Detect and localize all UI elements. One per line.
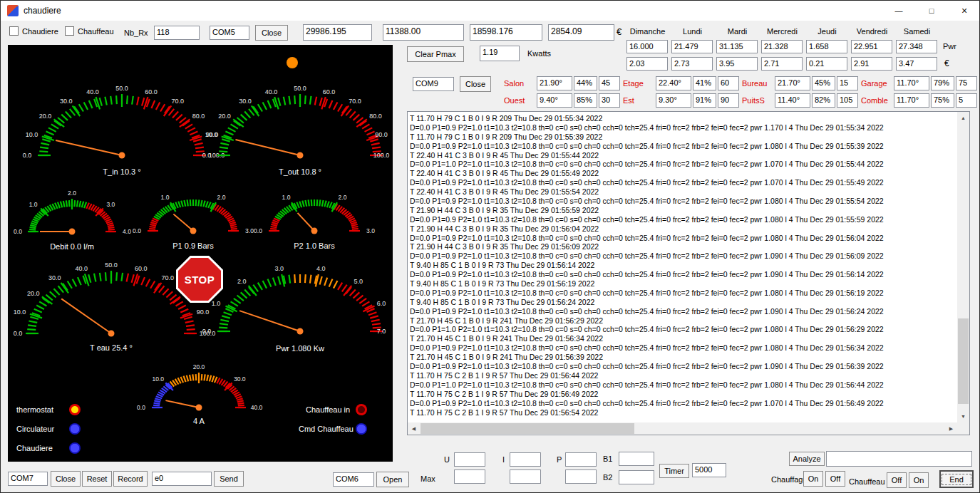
kwatts-field[interactable]: 1.19 (480, 46, 520, 61)
sensor-humidity-field[interactable]: 44% (574, 76, 597, 90)
hscroll-thumb[interactable] (421, 423, 634, 434)
log-line: T 11.70 H 79 C 1 B 0 I 9 R 209 Thu Dec 2… (410, 114, 956, 123)
sensor-temp-field[interactable]: 11.70° (894, 93, 929, 108)
com9-close-button[interactable]: Close (460, 76, 491, 92)
sensor-id-field[interactable]: 90 (718, 93, 739, 108)
timer-button[interactable]: Timer (659, 464, 689, 478)
sensor-id-field[interactable]: 30 (599, 93, 620, 108)
b2-field[interactable] (619, 470, 654, 484)
com9-field[interactable]: COM9 (413, 77, 454, 91)
day-pwr-field[interactable]: 27.348 (896, 40, 937, 53)
clear-pmax-button[interactable]: Clear Pmax (407, 46, 464, 62)
sensor-temp-field[interactable]: 22.40° (656, 76, 691, 90)
b1-field[interactable] (619, 452, 654, 466)
com7-field[interactable]: COM7 (8, 472, 48, 486)
gauge-p2: 0.01.02.03.0P2 1.0 Bars (254, 194, 375, 250)
sensor-temp-field[interactable]: 9.30° (656, 93, 691, 108)
u-max-field[interactable] (454, 469, 485, 484)
chauffage-off-button[interactable]: Off (825, 471, 845, 487)
counter-field-2[interactable]: 11388.00 (383, 24, 464, 41)
day-pwr-field[interactable]: 16.000 (626, 40, 668, 53)
scroll-right-icon[interactable]: ▶ (945, 422, 957, 435)
chauffage-on-button[interactable]: On (803, 471, 823, 487)
svg-text:7.0: 7.0 (377, 328, 386, 335)
sensor-humidity-field[interactable]: 82% (812, 93, 835, 108)
i-field[interactable] (510, 452, 541, 467)
kwatts-label: Kwatts (527, 49, 551, 58)
sensor-id-field[interactable]: 75 (956, 76, 977, 90)
record-button[interactable]: Record (113, 471, 148, 487)
send-command-field[interactable]: e0 (152, 472, 212, 486)
counter-field-4[interactable]: 2854.09 (548, 24, 614, 41)
sensor-temp-field[interactable]: 21.70° (775, 76, 810, 90)
p-field[interactable] (565, 452, 597, 467)
vscroll-thumb[interactable] (958, 318, 969, 404)
log-horizontal-scrollbar[interactable]: ◀ ▶ (408, 422, 957, 435)
sensor-temp-field[interactable]: 11.40° (775, 93, 810, 108)
nb-rx-field[interactable]: 118 (154, 26, 200, 40)
com6-open-button[interactable]: Open (376, 472, 409, 487)
day-eur-field[interactable]: 2.03 (626, 57, 668, 71)
com5-field[interactable]: COM5 (210, 26, 249, 40)
close-button[interactable]: × (948, 1, 980, 21)
analyze-button[interactable]: Analyze (789, 452, 825, 466)
sensor-temp-field[interactable]: 11.70° (894, 76, 929, 90)
send-button[interactable]: Send (214, 471, 244, 487)
com5-close-button[interactable]: Close (255, 25, 288, 41)
sensor-humidity-field[interactable]: 75% (931, 93, 954, 108)
sensor-humidity-field[interactable]: 45% (812, 76, 835, 90)
day-pwr-field[interactable]: 1.658 (806, 40, 847, 53)
sensor-id-field[interactable]: 45 (599, 76, 620, 90)
log-vertical-scrollbar[interactable]: ▲ ▼ (957, 112, 969, 422)
day-pwr-field[interactable]: 31.135 (716, 40, 758, 53)
u-field[interactable] (454, 452, 485, 467)
checkbox-box[interactable] (9, 26, 19, 36)
sensor-id-field[interactable]: 15 (837, 76, 858, 90)
maximize-button[interactable]: □ (915, 1, 948, 21)
counter-field-1[interactable]: 29986.195 (303, 24, 372, 41)
day-pwr-field[interactable]: 22.951 (851, 40, 892, 53)
svg-text:P1 0.9 Bars: P1 0.9 Bars (172, 242, 214, 250)
sensor-humidity-field[interactable]: 79% (931, 76, 954, 90)
day-eur-field[interactable]: 2.91 (851, 57, 892, 71)
p-max-field[interactable] (565, 469, 597, 484)
chauffeau-off-button[interactable]: Off (887, 472, 907, 488)
chauffeau-on-button[interactable]: On (909, 472, 929, 488)
checkbox-box[interactable] (65, 26, 74, 36)
com6-field[interactable]: COM6 (333, 472, 374, 487)
sensor-humidity-field[interactable]: 91% (693, 93, 716, 108)
chaudiere-checkbox[interactable]: Chaudiere (9, 26, 58, 36)
sensor-humidity-field[interactable]: 41% (693, 76, 716, 90)
sensor-id-field[interactable]: 105 (837, 93, 858, 108)
day-eur-field[interactable]: 2.73 (671, 57, 713, 71)
scroll-up-icon[interactable]: ▲ (957, 112, 969, 124)
timer-field[interactable]: 5000 (692, 463, 726, 477)
sensor-name: Salon (504, 76, 537, 90)
log-line: D=0.0 P1=0.9 P2=1.0 t1=10.3 t2=10.8 th=0… (410, 251, 956, 261)
day-eur-field[interactable]: 3.95 (716, 57, 758, 71)
day-pwr-field[interactable]: 21.479 (671, 40, 713, 53)
scroll-down-icon[interactable]: ▼ (957, 410, 969, 422)
day-pwr-field[interactable]: 21.328 (761, 40, 803, 53)
i-max-field[interactable] (510, 469, 541, 484)
sensor-temp-field[interactable]: 9.40° (537, 93, 572, 108)
sensor-id-field[interactable]: 60 (718, 76, 739, 90)
end-button[interactable]: End (939, 470, 974, 488)
log-line: D=0.0 P1=0.9 P2=1.0 t1=10.3 t2=10.8 th=0… (410, 178, 956, 187)
analyze-field[interactable] (826, 451, 972, 467)
svg-text:6.0: 6.0 (377, 300, 386, 307)
day-eur-field[interactable]: 3.47 (896, 57, 937, 71)
minimize-button[interactable]: — (882, 1, 915, 21)
sensor-ouest: Ouest9.40°85%30 (504, 93, 623, 108)
counter-field-3[interactable]: 18598.176 (470, 24, 542, 41)
scroll-left-icon[interactable]: ◀ (408, 422, 420, 435)
sensor-temp-field[interactable]: 21.90° (537, 76, 572, 90)
com7-close-button[interactable]: Close (51, 471, 81, 487)
reset-button[interactable]: Reset (82, 471, 112, 487)
chauffeau-checkbox[interactable]: Chauffeau (65, 26, 114, 36)
sensor-id-field[interactable]: 5 (956, 93, 977, 108)
log-area[interactable]: T 11.70 H 79 C 1 B 0 I 9 R 209 Thu Dec 2… (407, 111, 970, 435)
day-eur-field[interactable]: 2.71 (761, 57, 803, 71)
sensor-humidity-field[interactable]: 85% (574, 93, 597, 108)
day-eur-field[interactable]: 0.21 (806, 57, 847, 71)
